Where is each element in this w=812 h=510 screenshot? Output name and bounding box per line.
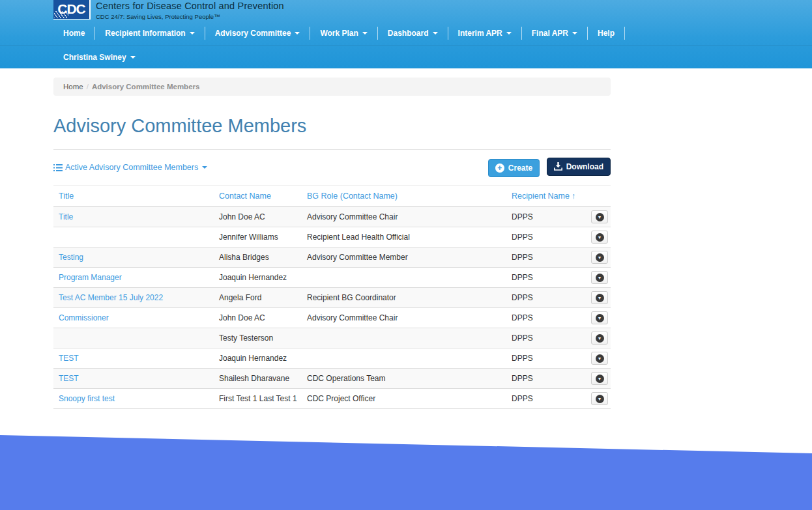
chevron-down-icon: ▾ [596,253,604,262]
bg-role-cell: Recipient BG Coordinator [302,288,506,308]
chevron-down-icon: ▾ [596,274,604,282]
breadcrumb-separator: / [87,83,89,91]
recipient-name-cell: DPPS [506,288,588,308]
chevron-down-icon [433,32,438,35]
nav-item-help[interactable]: Help [588,21,624,45]
row-actions-button[interactable]: ▾ [591,392,608,405]
member-title-link[interactable]: TEST [59,354,79,363]
download-icon [554,162,562,171]
user-menu-label: Christina Swiney [63,53,126,62]
bg-role-cell [302,328,506,348]
table-body: Title John Doe AC Advisory Committee Cha… [53,207,611,409]
nav-item-recipient-information[interactable]: Recipient Information [95,21,204,45]
members-table: Title Contact Name BG Role (Contact Name… [53,185,611,409]
contact-name-cell: John Doe AC [214,207,302,227]
recipient-name-cell: DPPS [506,268,588,288]
chevron-down-icon [202,166,207,169]
member-title-link[interactable]: Title [59,212,73,221]
chevron-down-icon: ▾ [596,395,604,403]
chevron-down-icon: ▾ [596,314,604,322]
plus-circle-icon: + [495,163,504,173]
user-nav: Christina Swiney [0,45,812,68]
column-header-contact-name[interactable]: Contact Name [214,186,302,207]
contact-name-cell: John Doe AC [214,308,302,328]
nav-divider [624,27,625,40]
column-header-recipient-name[interactable]: Recipient Name↑ [506,186,588,207]
site-header: CDC Centers for Disease Control and Prev… [0,0,812,68]
brand-text: Centers for Disease Control and Preventi… [96,0,284,20]
bg-role-cell: CDC Operations Team [302,369,506,389]
table-row: TEST Joaquin Hernandez DPPS ▾ [53,348,611,369]
toolbar-buttons: + Create Download [488,158,611,178]
cdc-logo[interactable]: CDC [53,0,91,20]
main-content: Home/Advisory Committee Members Advisory… [53,78,611,409]
create-button-label: Create [508,163,532,173]
chevron-down-icon: ▾ [596,213,604,221]
table-row: Program Manager Joaquin Hernandez DPPS ▾ [53,268,611,288]
page-title: Advisory Committee Members [53,115,611,137]
column-header-actions [588,186,611,207]
nav-item-work-plan[interactable]: Work Plan [310,21,377,45]
contact-name-cell: Shailesh Dharavane [214,369,302,389]
brand-title: Centers for Disease Control and Preventi… [96,1,284,11]
nav-item-home[interactable]: Home [53,21,94,45]
column-header-title[interactable]: Title [53,186,214,207]
breadcrumb-home-link[interactable]: Home [63,83,83,91]
member-title-link[interactable]: Snoopy first test [59,394,115,403]
table-row: Jennifer Williams Recipient Lead Health … [53,227,611,248]
column-header-bg-role[interactable]: BG Role (Contact Name) [302,186,506,207]
chevron-down-icon: ▾ [596,294,604,302]
row-actions-button[interactable]: ▾ [591,311,608,324]
chevron-down-icon [362,32,368,35]
chevron-down-icon: ▾ [596,375,604,383]
download-button-label: Download [566,162,603,171]
contact-name-cell: Joaquin Hernandez [214,348,302,369]
contact-name-cell: Testy Testerson [214,328,302,348]
create-button[interactable]: + Create [488,159,540,177]
contact-name-cell: Joaquin Hernandez [214,268,302,288]
member-title-link[interactable]: Commissioner [59,313,109,322]
bg-role-cell [302,268,506,288]
bg-role-cell: Advisory Committee Chair [302,207,506,227]
row-actions-button[interactable]: ▾ [591,332,608,345]
nav-item-final-apr[interactable]: Final APR [522,21,587,45]
recipient-name-cell: DPPS [506,207,588,227]
row-actions-button[interactable]: ▾ [591,231,608,244]
table-row: Testy Testerson DPPS ▾ [53,328,611,348]
contact-name-cell: Alisha Bridges [214,248,302,268]
chevron-down-icon: ▾ [596,354,604,363]
table-row: Title John Doe AC Advisory Committee Cha… [53,207,611,227]
chevron-down-icon: ▾ [596,334,604,343]
chevron-down-icon [130,56,136,59]
chevron-down-icon [506,32,512,35]
recipient-name-cell: DPPS [506,369,588,389]
member-title-link[interactable]: Program Manager [59,273,122,282]
contact-name-cell: First Test 1 Last Test 1 [214,389,302,409]
brand-tagline: CDC 24/7: Saving Lives, Protecting Peopl… [96,13,284,20]
row-actions-button[interactable]: ▾ [591,251,608,264]
filter-dropdown[interactable]: Active Advisory Committee Members [53,163,207,172]
row-actions-button[interactable]: ▾ [591,210,608,223]
member-title-link[interactable]: TEST [59,374,79,383]
footer-banner [0,430,812,510]
recipient-name-cell: DPPS [506,308,588,328]
member-title-link[interactable]: Test AC Member 15 July 2022 [59,293,163,302]
toolbar: Active Advisory Committee Members + Crea… [53,158,611,177]
list-icon [53,163,63,172]
nav-item-interim-apr[interactable]: Interim APR [448,21,521,45]
nav-item-advisory-committee[interactable]: Advisory Committee [205,21,310,45]
row-actions-button[interactable]: ▾ [591,291,608,304]
download-button[interactable]: Download [547,158,611,176]
nav-item-dashboard[interactable]: Dashboard [378,21,448,45]
row-actions-button[interactable]: ▾ [591,352,608,365]
contact-name-cell: Angela Ford [214,288,302,308]
member-title-link[interactable]: Testing [59,253,83,262]
breadcrumb-current: Advisory Committee Members [92,83,200,91]
chevron-down-icon [572,32,577,35]
sort-ascending-icon: ↑ [572,191,575,201]
table-row: Snoopy first test First Test 1 Last Test… [53,389,611,409]
row-actions-button[interactable]: ▾ [591,372,608,385]
user-menu[interactable]: Christina Swiney [53,46,145,68]
row-actions-button[interactable]: ▾ [591,271,608,284]
bg-role-cell [302,348,506,369]
